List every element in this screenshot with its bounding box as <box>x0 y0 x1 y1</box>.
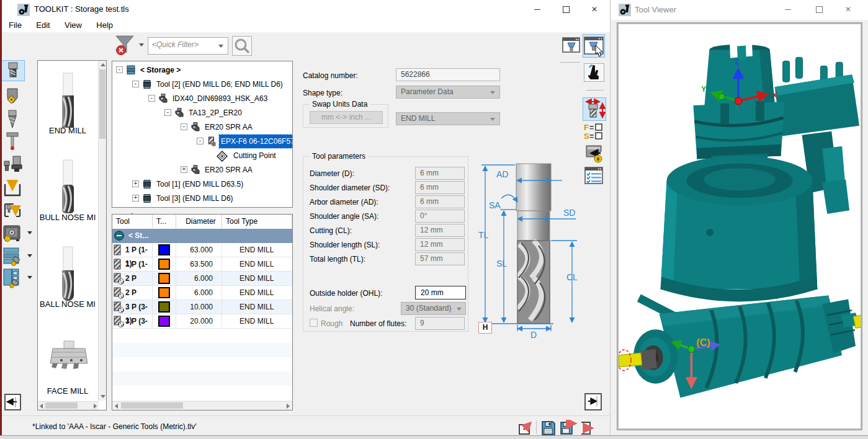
viewer-app-icon <box>619 4 631 16</box>
tree-expander[interactable]: + <box>181 166 187 173</box>
table-row[interactable]: 2 P 6.000 END MILL <box>112 286 292 300</box>
tree-expander[interactable]: - <box>197 138 204 144</box>
sidebar-import-tool-button[interactable] <box>1 200 25 221</box>
sidebar-tool-safe-button[interactable] <box>1 223 25 244</box>
gallery-item-face-mill[interactable]: FACE MILL <box>38 386 97 396</box>
collapse-right-panel-button[interactable] <box>584 393 602 410</box>
sidebar-import-storage-button[interactable] <box>1 178 25 199</box>
swap-units-button[interactable]: mm <-> inch ... <box>310 111 383 124</box>
quick-filter-combo[interactable] <box>148 37 228 55</box>
helical-angle-dropdown[interactable]: 30 (Standard) <box>401 302 466 315</box>
tree-expander[interactable]: - <box>181 123 187 130</box>
filter-dropdown-caret[interactable] <box>139 43 144 47</box>
collapse-group-icon[interactable] <box>114 231 124 241</box>
sidebar-milling-tool-button[interactable] <box>1 60 25 81</box>
end-mill-image[interactable] <box>54 72 83 130</box>
tree-expander[interactable]: + <box>132 195 139 202</box>
tool-color-swatch[interactable] <box>158 301 170 313</box>
pick-mode-button[interactable] <box>584 63 604 82</box>
tool-viewer-window: Tool Viewer ✕ <box>611 0 868 435</box>
column-tool-number[interactable]: Tool Numb... <box>112 215 153 228</box>
total-length-field[interactable]: 57 mm <box>415 252 465 265</box>
tree-expander[interactable]: - <box>148 95 155 102</box>
tool-color-swatch[interactable] <box>158 316 170 327</box>
catalog-number-field[interactable]: 5622866 <box>396 68 500 81</box>
menu-help[interactable]: Help <box>90 19 119 32</box>
tool-color-swatch[interactable] <box>158 244 170 255</box>
tool-safe-caret[interactable] <box>27 231 32 234</box>
tool-window-button[interactable] <box>562 35 581 56</box>
tool-color-swatch[interactable] <box>158 287 170 298</box>
shape-type-dropdown[interactable]: Parameter Data <box>396 86 500 99</box>
maximize-button[interactable] <box>553 0 578 19</box>
bull-nose-image[interactable] <box>54 159 83 217</box>
gallery-item-end-mill[interactable]: END MILL <box>38 126 97 135</box>
menu-view[interactable]: View <box>58 19 88 32</box>
sidebar-drill-tool-button[interactable] <box>1 109 25 130</box>
shoulder-length-field[interactable]: 12 mm <box>415 238 465 251</box>
swap-units-groupbox: Swap Units Data mm <-> inch ... <box>303 104 388 128</box>
table-row[interactable]: 3 P (3-2) 20.000 END MILL <box>112 314 292 329</box>
outside-holder-input[interactable] <box>415 286 466 299</box>
cutting-field[interactable]: 12 mm <box>415 224 465 237</box>
shoulder-diameter-field[interactable]: 6 mm <box>415 181 465 194</box>
gallery-vertical-scrollbar[interactable] <box>98 61 106 401</box>
menu-file[interactable]: File <box>2 19 28 32</box>
table-horizontal-scrollbar[interactable] <box>112 401 292 410</box>
number-of-flutes-field[interactable]: 9 <box>415 317 465 330</box>
gallery-item-ball-nose[interactable]: BALL NOSE MI <box>38 299 97 309</box>
quick-filter-caret[interactable] <box>218 45 223 48</box>
tool-dimensions-button[interactable] <box>583 97 606 121</box>
diameter-field[interactable]: 6 mm <box>415 167 465 180</box>
sidebar-turning-tool-button[interactable] <box>1 87 25 108</box>
menu-edit[interactable]: Edit <box>30 19 56 32</box>
sidebar-tool-assembly-button[interactable] <box>1 154 25 175</box>
tool-cabinet-caret[interactable] <box>27 276 32 279</box>
table-row[interactable]: 2 P 6.000 END MILL <box>112 272 292 286</box>
arbor-diameter-field[interactable]: 6 mm <box>415 195 465 208</box>
table-row[interactable]: 1 P (1-2) 63.500 END MILL <box>112 257 292 272</box>
holder-assign-button[interactable] <box>583 143 604 164</box>
tool-storage-caret[interactable] <box>27 254 32 257</box>
column-diameter[interactable]: Diameter <box>176 215 222 228</box>
tree-expander[interactable]: + <box>132 180 139 187</box>
collapse-left-panel-button[interactable] <box>4 394 21 410</box>
viewer-maximize-button[interactable] <box>807 0 831 19</box>
tree-expander[interactable]: - <box>164 109 171 116</box>
minimize-button[interactable] <box>525 0 550 19</box>
search-button[interactable] <box>232 36 252 56</box>
sidebar-probe-tool-button[interactable] <box>1 131 25 153</box>
gallery-item-bull-nose[interactable]: BULL NOSE MI <box>38 213 97 222</box>
column-tool-type[interactable]: Tool Type <box>222 215 292 228</box>
tool-color-swatch[interactable] <box>158 273 170 284</box>
open-external-button[interactable] <box>517 420 533 436</box>
tool-select-window-button[interactable] <box>583 34 605 58</box>
3d-viewport[interactable]: Z X Y (C) <box>619 24 861 428</box>
rough-label: Rough <box>321 319 342 328</box>
shoulder-angle-field[interactable]: 0° <box>415 210 465 223</box>
tool-list-report-button[interactable] <box>583 166 604 186</box>
sidebar-tool-storage-button[interactable] <box>1 246 25 267</box>
save-button[interactable] <box>540 420 557 436</box>
tool-type-dropdown[interactable]: END MILL <box>396 112 500 125</box>
tree-expander[interactable]: - <box>132 81 139 87</box>
column-t[interactable]: T... <box>153 215 176 228</box>
gallery-horizontal-scrollbar[interactable] <box>38 401 99 410</box>
sidebar-tool-cabinet-button[interactable] <box>1 268 25 289</box>
close-button[interactable]: ✕ <box>582 0 607 19</box>
face-mill-image[interactable] <box>48 339 90 378</box>
table-row[interactable]: 3 P (3-1) 10.000 END MILL <box>112 300 292 314</box>
h-dimension-button[interactable]: H <box>478 322 492 334</box>
viewer-close-button[interactable]: ✕ <box>836 0 861 19</box>
rough-checkbox[interactable] <box>310 319 318 327</box>
close-storage-button[interactable] <box>579 420 595 436</box>
viewer-minimize-button[interactable] <box>776 0 800 19</box>
tree-expander[interactable]: - <box>116 66 123 73</box>
table-row[interactable]: 1 P (1-1) 63.000 END MILL <box>112 243 292 257</box>
ball-nose-image[interactable] <box>54 246 83 304</box>
tool-color-swatch[interactable] <box>158 259 170 270</box>
quick-filter-input[interactable] <box>151 40 215 50</box>
save-as-button[interactable] <box>559 419 578 436</box>
filter-icon[interactable] <box>115 34 136 56</box>
storage-group-row[interactable]: < St... <box>112 229 292 243</box>
